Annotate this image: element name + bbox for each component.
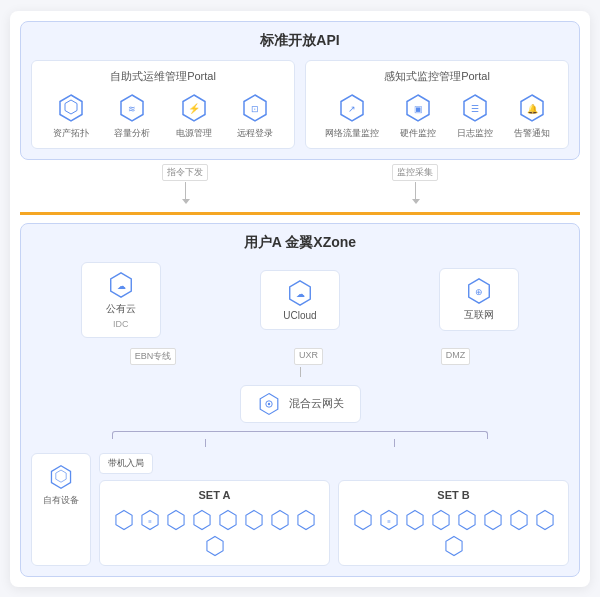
self-equip-label: 自有设备 [43,494,79,507]
alert-label: 告警通知 [514,127,550,140]
cloud-idc-label: 公有云 [106,302,136,316]
asset-label: 资产拓扑 [53,127,89,140]
entry-row: 带机入局 [99,453,569,474]
svg-marker-35 [297,510,313,529]
brace-right [394,439,396,447]
remote-label: 远程登录 [237,127,273,140]
svg-text:▣: ▣ [413,104,422,114]
right-portal-icons: ↗ 网络流量监控 ▣ 硬件监控 ☰ 日志监控 [314,92,560,140]
cloud-ucloud-icon: ☁ [286,279,314,307]
icon-capacity: ≋ 容量分析 [114,92,150,140]
set-a-icon-3 [165,509,187,531]
svg-marker-26 [56,470,66,482]
svg-marker-0 [60,95,82,121]
cloud-internet: ⊕ 互联网 [439,268,519,331]
gateway-vert-line [300,367,301,377]
set-b-icon-6 [482,509,504,531]
arrow-monitor: 监控采集 [392,164,438,200]
top-section: 标准开放API 自助式运维管理Portal 资产拓扑 ≋ [20,21,580,160]
top-title: 标准开放API [31,32,569,50]
svg-marker-30 [167,510,183,529]
entry-box: 带机入局 [99,453,153,474]
set-a-title: SET A [108,489,321,501]
set-a-icon-2: ≡ [139,509,161,531]
set-b-box: SET B ≡ [338,480,569,566]
main-container: 标准开放API 自助式运维管理Portal 资产拓扑 ≋ [10,11,590,587]
svg-marker-40 [406,510,422,529]
left-portal-icons: 资产拓扑 ≋ 容量分析 ⚡ 电源管理 [40,92,286,140]
gateway-row: 混合云网关 [31,385,569,423]
set-b-icon-1 [352,509,374,531]
svg-text:⚡: ⚡ [188,102,201,115]
set-b-icon-9 [443,535,465,557]
set-a-icon-4 [191,509,213,531]
svg-marker-37 [354,510,370,529]
arrow-monitor-label: 监控采集 [392,164,438,181]
power-icon: ⚡ [178,92,210,124]
set-b-icon-5 [456,509,478,531]
right-portal: 感知式监控管理Portal ↗ 网络流量监控 ▣ 硬件监控 [305,60,569,149]
svg-text:⊕: ⊕ [475,287,483,297]
set-b-icons: ≡ [347,509,560,557]
svg-point-24 [267,402,269,404]
svg-text:☁: ☁ [116,280,125,290]
set-b-title: SET B [347,489,560,501]
svg-text:🔔: 🔔 [526,103,538,115]
svg-marker-46 [445,536,461,555]
gateway-label: 混合云网关 [289,396,344,411]
svg-marker-42 [458,510,474,529]
conn-ebn: EBN专线 [130,348,177,365]
arrow-command-line [185,182,186,200]
set-b-icon-7 [508,509,530,531]
brace-line [112,431,489,439]
arrow-monitor-line [415,182,416,200]
left-portal: 自助式运维管理Portal 资产拓扑 ≋ 容量分析 [31,60,295,149]
svg-text:☁: ☁ [295,288,304,298]
self-equipment-box: 自有设备 [31,453,91,566]
capacity-label: 容量分析 [114,127,150,140]
svg-marker-33 [245,510,261,529]
svg-text:≡: ≡ [148,517,152,523]
arrow-command: 指令下发 [162,164,208,200]
alert-icon: 🔔 [516,92,548,124]
brace-left [205,439,207,447]
set-b-icon-8 [534,509,556,531]
svg-marker-44 [510,510,526,529]
cloud-ucloud-label: UCloud [283,310,316,321]
network-icon: ↗ [336,92,368,124]
svg-marker-31 [193,510,209,529]
svg-marker-43 [484,510,500,529]
capacity-icon: ≋ [116,92,148,124]
svg-marker-36 [206,536,222,555]
cloud-ucloud: ☁ UCloud [260,270,340,330]
icon-alert: 🔔 告警通知 [514,92,550,140]
bottom-title: 用户A 金翼XZone [31,234,569,252]
gateway-icon [257,392,281,416]
conn-dmz: DMZ [441,348,471,365]
cloud-idc: ☁ 公有云 IDC [81,262,161,338]
icon-network: ↗ 网络流量监控 [325,92,379,140]
gateway-box: 混合云网关 [240,385,361,423]
svg-marker-41 [432,510,448,529]
set-a-icon-6 [243,509,265,531]
self-equip-icon [48,464,74,490]
set-b-icon-4 [430,509,452,531]
svg-text:☰: ☰ [471,104,479,114]
bottom-main: 自有设备 带机入局 SET A ≡ [31,453,569,566]
log-label: 日志监控 [457,127,493,140]
set-b-icon-3 [404,509,426,531]
bottom-section: 用户A 金翼XZone ☁ 公有云 IDC ☁ UCloud [20,223,580,577]
set-a-icon-8 [295,509,317,531]
sets-row: SET A ≡ [99,480,569,566]
cloud-internet-icon: ⊕ [465,277,493,305]
svg-text:≡: ≡ [387,517,391,523]
connection-labels-row: EBN专线 UXR DMZ [31,346,569,367]
svg-text:⊡: ⊡ [251,104,259,114]
network-label: 网络流量监控 [325,127,379,140]
conn-uxr: UXR [294,348,323,365]
log-icon: ☰ [459,92,491,124]
icon-power: ⚡ 电源管理 [176,92,212,140]
asset-icon [55,92,87,124]
set-a-icon-9 [204,535,226,557]
brace-connector [31,431,569,447]
